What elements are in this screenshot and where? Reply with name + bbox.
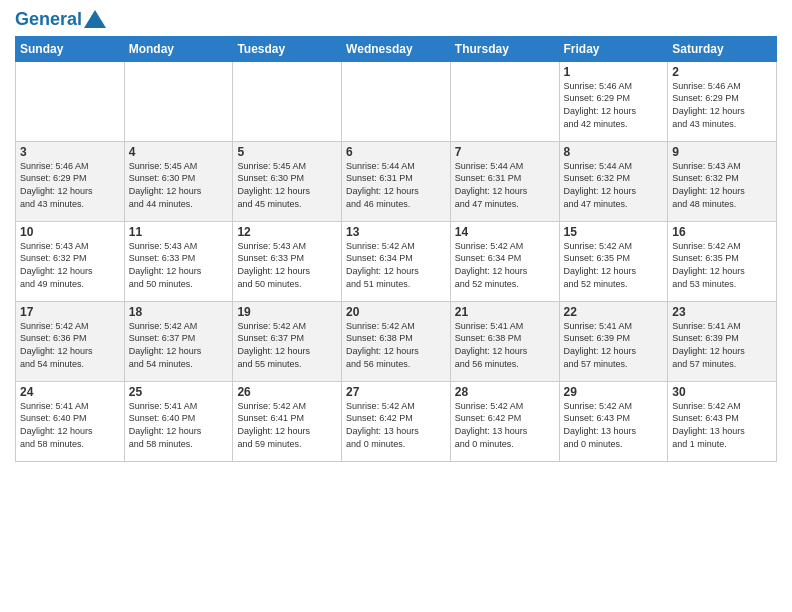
day-cell: 24Sunrise: 5:41 AM Sunset: 6:40 PM Dayli… — [16, 381, 125, 461]
day-number: 13 — [346, 225, 446, 239]
day-cell: 29Sunrise: 5:42 AM Sunset: 6:43 PM Dayli… — [559, 381, 668, 461]
day-number: 4 — [129, 145, 229, 159]
day-detail: Sunrise: 5:45 AM Sunset: 6:30 PM Dayligh… — [237, 160, 337, 210]
day-number: 25 — [129, 385, 229, 399]
day-detail: Sunrise: 5:41 AM Sunset: 6:39 PM Dayligh… — [564, 320, 664, 370]
day-cell: 7Sunrise: 5:44 AM Sunset: 6:31 PM Daylig… — [450, 141, 559, 221]
day-detail: Sunrise: 5:42 AM Sunset: 6:41 PM Dayligh… — [237, 400, 337, 450]
day-detail: Sunrise: 5:41 AM Sunset: 6:38 PM Dayligh… — [455, 320, 555, 370]
day-cell: 30Sunrise: 5:42 AM Sunset: 6:43 PM Dayli… — [668, 381, 777, 461]
day-detail: Sunrise: 5:46 AM Sunset: 6:29 PM Dayligh… — [672, 80, 772, 130]
day-detail: Sunrise: 5:46 AM Sunset: 6:29 PM Dayligh… — [20, 160, 120, 210]
day-detail: Sunrise: 5:44 AM Sunset: 6:32 PM Dayligh… — [564, 160, 664, 210]
day-cell — [124, 61, 233, 141]
day-detail: Sunrise: 5:45 AM Sunset: 6:30 PM Dayligh… — [129, 160, 229, 210]
day-cell: 1Sunrise: 5:46 AM Sunset: 6:29 PM Daylig… — [559, 61, 668, 141]
day-cell: 28Sunrise: 5:42 AM Sunset: 6:42 PM Dayli… — [450, 381, 559, 461]
day-cell: 19Sunrise: 5:42 AM Sunset: 6:37 PM Dayli… — [233, 301, 342, 381]
day-cell — [342, 61, 451, 141]
day-detail: Sunrise: 5:43 AM Sunset: 6:33 PM Dayligh… — [129, 240, 229, 290]
day-number: 23 — [672, 305, 772, 319]
day-cell: 16Sunrise: 5:42 AM Sunset: 6:35 PM Dayli… — [668, 221, 777, 301]
day-detail: Sunrise: 5:43 AM Sunset: 6:32 PM Dayligh… — [672, 160, 772, 210]
day-cell: 17Sunrise: 5:42 AM Sunset: 6:36 PM Dayli… — [16, 301, 125, 381]
day-cell: 2Sunrise: 5:46 AM Sunset: 6:29 PM Daylig… — [668, 61, 777, 141]
day-number: 26 — [237, 385, 337, 399]
calendar-table: SundayMondayTuesdayWednesdayThursdayFrid… — [15, 36, 777, 462]
weekday-thursday: Thursday — [450, 36, 559, 61]
day-detail: Sunrise: 5:41 AM Sunset: 6:40 PM Dayligh… — [20, 400, 120, 450]
day-cell: 18Sunrise: 5:42 AM Sunset: 6:37 PM Dayli… — [124, 301, 233, 381]
day-number: 11 — [129, 225, 229, 239]
logo-text: General — [15, 10, 82, 30]
day-number: 16 — [672, 225, 772, 239]
day-detail: Sunrise: 5:44 AM Sunset: 6:31 PM Dayligh… — [346, 160, 446, 210]
day-detail: Sunrise: 5:42 AM Sunset: 6:43 PM Dayligh… — [564, 400, 664, 450]
day-detail: Sunrise: 5:42 AM Sunset: 6:37 PM Dayligh… — [129, 320, 229, 370]
day-detail: Sunrise: 5:42 AM Sunset: 6:37 PM Dayligh… — [237, 320, 337, 370]
weekday-monday: Monday — [124, 36, 233, 61]
weekday-sunday: Sunday — [16, 36, 125, 61]
day-cell — [450, 61, 559, 141]
svg-marker-0 — [84, 10, 106, 28]
day-detail: Sunrise: 5:42 AM Sunset: 6:36 PM Dayligh… — [20, 320, 120, 370]
day-detail: Sunrise: 5:42 AM Sunset: 6:42 PM Dayligh… — [346, 400, 446, 450]
day-cell: 4Sunrise: 5:45 AM Sunset: 6:30 PM Daylig… — [124, 141, 233, 221]
day-number: 15 — [564, 225, 664, 239]
day-number: 19 — [237, 305, 337, 319]
day-detail: Sunrise: 5:42 AM Sunset: 6:35 PM Dayligh… — [564, 240, 664, 290]
day-number: 29 — [564, 385, 664, 399]
day-number: 24 — [20, 385, 120, 399]
weekday-friday: Friday — [559, 36, 668, 61]
day-number: 17 — [20, 305, 120, 319]
calendar-container: General SundayMondayTuesdayWednesdayThur… — [0, 0, 792, 467]
day-number: 8 — [564, 145, 664, 159]
week-row-2: 10Sunrise: 5:43 AM Sunset: 6:32 PM Dayli… — [16, 221, 777, 301]
day-cell — [16, 61, 125, 141]
day-cell: 25Sunrise: 5:41 AM Sunset: 6:40 PM Dayli… — [124, 381, 233, 461]
day-number: 20 — [346, 305, 446, 319]
day-cell: 6Sunrise: 5:44 AM Sunset: 6:31 PM Daylig… — [342, 141, 451, 221]
day-cell: 13Sunrise: 5:42 AM Sunset: 6:34 PM Dayli… — [342, 221, 451, 301]
day-number: 9 — [672, 145, 772, 159]
day-detail: Sunrise: 5:42 AM Sunset: 6:43 PM Dayligh… — [672, 400, 772, 450]
day-detail: Sunrise: 5:42 AM Sunset: 6:34 PM Dayligh… — [346, 240, 446, 290]
header: General — [15, 10, 777, 28]
day-detail: Sunrise: 5:41 AM Sunset: 6:40 PM Dayligh… — [129, 400, 229, 450]
day-number: 10 — [20, 225, 120, 239]
day-cell: 20Sunrise: 5:42 AM Sunset: 6:38 PM Dayli… — [342, 301, 451, 381]
logo-icon — [84, 10, 106, 28]
day-number: 1 — [564, 65, 664, 79]
week-row-4: 24Sunrise: 5:41 AM Sunset: 6:40 PM Dayli… — [16, 381, 777, 461]
day-cell: 14Sunrise: 5:42 AM Sunset: 6:34 PM Dayli… — [450, 221, 559, 301]
day-cell: 12Sunrise: 5:43 AM Sunset: 6:33 PM Dayli… — [233, 221, 342, 301]
day-number: 28 — [455, 385, 555, 399]
day-cell: 15Sunrise: 5:42 AM Sunset: 6:35 PM Dayli… — [559, 221, 668, 301]
day-cell: 8Sunrise: 5:44 AM Sunset: 6:32 PM Daylig… — [559, 141, 668, 221]
weekday-saturday: Saturday — [668, 36, 777, 61]
day-detail: Sunrise: 5:42 AM Sunset: 6:35 PM Dayligh… — [672, 240, 772, 290]
day-detail: Sunrise: 5:42 AM Sunset: 6:42 PM Dayligh… — [455, 400, 555, 450]
day-number: 18 — [129, 305, 229, 319]
day-cell: 27Sunrise: 5:42 AM Sunset: 6:42 PM Dayli… — [342, 381, 451, 461]
day-number: 14 — [455, 225, 555, 239]
day-detail: Sunrise: 5:46 AM Sunset: 6:29 PM Dayligh… — [564, 80, 664, 130]
day-number: 5 — [237, 145, 337, 159]
day-detail: Sunrise: 5:43 AM Sunset: 6:33 PM Dayligh… — [237, 240, 337, 290]
weekday-wednesday: Wednesday — [342, 36, 451, 61]
day-detail: Sunrise: 5:42 AM Sunset: 6:34 PM Dayligh… — [455, 240, 555, 290]
day-detail: Sunrise: 5:43 AM Sunset: 6:32 PM Dayligh… — [20, 240, 120, 290]
day-cell: 9Sunrise: 5:43 AM Sunset: 6:32 PM Daylig… — [668, 141, 777, 221]
logo[interactable]: General — [15, 10, 106, 28]
day-number: 7 — [455, 145, 555, 159]
day-cell: 10Sunrise: 5:43 AM Sunset: 6:32 PM Dayli… — [16, 221, 125, 301]
day-number: 6 — [346, 145, 446, 159]
weekday-tuesday: Tuesday — [233, 36, 342, 61]
day-detail: Sunrise: 5:42 AM Sunset: 6:38 PM Dayligh… — [346, 320, 446, 370]
day-cell: 22Sunrise: 5:41 AM Sunset: 6:39 PM Dayli… — [559, 301, 668, 381]
day-cell — [233, 61, 342, 141]
day-cell: 5Sunrise: 5:45 AM Sunset: 6:30 PM Daylig… — [233, 141, 342, 221]
day-number: 21 — [455, 305, 555, 319]
day-number: 22 — [564, 305, 664, 319]
weekday-header-row: SundayMondayTuesdayWednesdayThursdayFrid… — [16, 36, 777, 61]
